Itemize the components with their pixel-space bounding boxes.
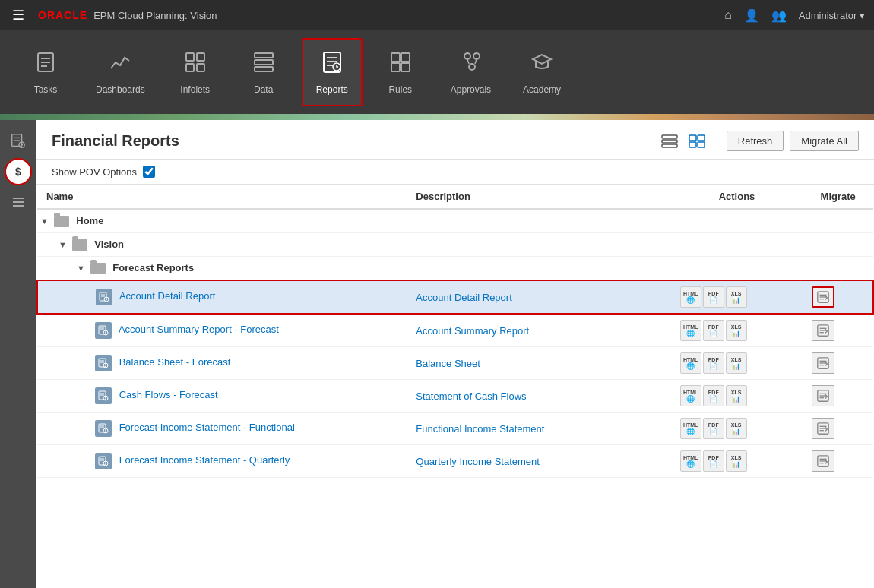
nav-item-approvals[interactable]: Approvals xyxy=(439,38,503,106)
folder-name: Forecast Reports xyxy=(112,262,194,273)
left-sidebar: $ xyxy=(0,120,36,588)
pdf-action-btn[interactable]: PDF 📄 xyxy=(703,286,724,308)
dashboards-label: Dashboards xyxy=(96,84,145,95)
collapse-arrow[interactable]: ▼ xyxy=(77,264,84,273)
migrate-icon-btn[interactable] xyxy=(812,352,834,374)
xls-action-btn[interactable]: XLS 📊 xyxy=(726,450,747,472)
svg-rect-35 xyxy=(662,144,677,147)
col-name: Name xyxy=(37,185,407,209)
pov-checkbox[interactable] xyxy=(143,166,155,178)
table-row[interactable]: ▼ Vision xyxy=(37,233,873,257)
refresh-button[interactable]: Refresh xyxy=(727,131,784,151)
svg-line-24 xyxy=(475,59,477,64)
table-row[interactable]: Cash Flows - Forecast Statement of Cash … xyxy=(37,380,873,413)
report-description: Account Summary Report xyxy=(416,325,529,337)
list-view-icon[interactable] xyxy=(659,133,680,150)
collapse-arrow[interactable]: ▼ xyxy=(59,240,66,249)
html-action-btn[interactable]: HTML 🌐 xyxy=(680,286,701,308)
folder-name: Vision xyxy=(94,239,124,250)
html-action-btn[interactable]: HTML 🌐 xyxy=(680,418,701,439)
approvals-label: Approvals xyxy=(451,84,491,95)
table-row[interactable]: Account Summary Report - Forecast Accoun… xyxy=(37,314,873,347)
svg-rect-5 xyxy=(197,53,204,61)
report-name-cell: Balance Sheet - Forecast xyxy=(37,347,407,380)
pdf-action-btn[interactable]: PDF 📄 xyxy=(703,320,724,341)
sidebar-icon-financial[interactable]: $ xyxy=(5,158,32,185)
nav-item-tasks[interactable]: Tasks xyxy=(15,38,76,106)
data-icon xyxy=(252,50,276,80)
rules-icon xyxy=(388,50,413,80)
infolets-icon xyxy=(183,50,207,80)
report-actions-cell: HTML 🌐 PDF 📄 XLS 📊 xyxy=(671,314,803,347)
report-icon xyxy=(95,322,112,339)
migrate-all-button[interactable]: Migrate All xyxy=(790,131,859,151)
migrate-icon-btn[interactable] xyxy=(812,450,834,472)
xls-action-btn[interactable]: XLS 📊 xyxy=(726,352,747,374)
nav-item-data[interactable]: Data xyxy=(233,38,294,106)
migrate-icon-btn[interactable] xyxy=(812,418,834,439)
grid-view-icon[interactable] xyxy=(686,133,708,150)
pdf-action-btn[interactable]: PDF 📄 xyxy=(703,352,724,374)
report-description-cell: Balance Sheet xyxy=(407,347,670,380)
table-row[interactable]: Balance Sheet - Forecast Balance Sheet H… xyxy=(37,347,873,380)
view-divider xyxy=(717,133,717,150)
collapse-arrow[interactable]: ▼ xyxy=(40,217,48,226)
xls-action-btn[interactable]: XLS 📊 xyxy=(726,385,747,406)
admin-menu[interactable]: Administrator ▾ xyxy=(799,10,865,21)
svg-rect-18 xyxy=(391,63,400,71)
nav-item-rules[interactable]: Rules xyxy=(370,38,431,106)
nav-item-dashboards[interactable]: Dashboards xyxy=(84,38,157,106)
report-name[interactable]: Forecast Income Statement - Quarterly xyxy=(119,455,290,466)
col-actions: Actions xyxy=(671,185,803,209)
xls-action-btn[interactable]: XLS 📊 xyxy=(726,286,747,308)
report-name[interactable]: Balance Sheet - Forecast xyxy=(119,357,231,368)
hamburger-button[interactable]: ☰ xyxy=(9,4,27,27)
table-row[interactable]: ▼ Home xyxy=(37,209,873,233)
table-row[interactable]: Forecast Income Statement - Quarterly Qu… xyxy=(37,445,873,478)
report-description-cell: Account Summary Report xyxy=(407,314,670,347)
users-icon[interactable]: 👥 xyxy=(771,8,787,23)
action-icons: HTML 🌐 PDF 📄 XLS 📊 xyxy=(680,385,794,406)
xls-action-btn[interactable]: XLS 📊 xyxy=(726,418,747,439)
folder-cell: ▼ Home xyxy=(37,209,873,233)
pdf-action-btn[interactable]: PDF 📄 xyxy=(703,418,724,439)
folder-cell: ▼ Vision xyxy=(37,233,873,257)
sidebar-icon-list[interactable] xyxy=(5,188,32,216)
report-name[interactable]: Forecast Income Statement - Functional xyxy=(119,422,295,434)
sidebar-icon-reports[interactable] xyxy=(5,128,32,155)
report-migrate-cell xyxy=(803,445,873,478)
migrate-icon-btn[interactable] xyxy=(812,286,834,308)
nav-item-reports[interactable]: Reports xyxy=(302,38,363,106)
html-action-btn[interactable]: HTML 🌐 xyxy=(680,385,701,406)
migrate-icon-btn[interactable] xyxy=(812,320,834,341)
action-icons: HTML 🌐 PDF 📄 XLS 📊 xyxy=(680,352,794,374)
person-icon[interactable]: 👤 xyxy=(744,8,759,23)
nav-item-infolets[interactable]: Infolets xyxy=(165,38,226,106)
nav-item-academy[interactable]: Academy xyxy=(511,38,573,106)
report-actions-cell: HTML 🌐 PDF 📄 XLS 📊 xyxy=(671,413,803,445)
table-body: ▼ Home ▼ Vision ▼ Forecast Reports xyxy=(37,209,873,478)
home-icon[interactable]: ⌂ xyxy=(724,8,732,22)
table-row[interactable]: Forecast Income Statement - Functional F… xyxy=(37,413,873,445)
svg-line-23 xyxy=(467,59,469,64)
top-bar: ☰ ORACLE EPM Cloud Planning: Vision ⌂ 👤 … xyxy=(0,0,874,30)
action-icons: HTML 🌐 PDF 📄 XLS 📊 xyxy=(680,450,794,472)
table-row[interactable]: Account Detail Report Account Detail Rep… xyxy=(37,280,873,314)
html-action-btn[interactable]: HTML 🌐 xyxy=(680,450,701,472)
pdf-action-btn[interactable]: PDF 📄 xyxy=(703,385,724,406)
dashboards-icon xyxy=(108,50,132,80)
report-migrate-cell xyxy=(803,413,873,445)
svg-rect-36 xyxy=(689,135,696,141)
report-name[interactable]: Account Summary Report - Forecast xyxy=(119,324,279,336)
html-action-btn[interactable]: HTML 🌐 xyxy=(680,320,701,341)
report-actions-cell: HTML 🌐 PDF 📄 XLS 📊 xyxy=(671,280,803,314)
xls-action-btn[interactable]: XLS 📊 xyxy=(726,320,747,341)
html-action-btn[interactable]: HTML 🌐 xyxy=(680,352,701,374)
migrate-icon-btn[interactable] xyxy=(812,385,834,406)
report-description: Statement of Cash Flows xyxy=(416,390,526,402)
report-name[interactable]: Account Detail Report xyxy=(119,291,215,302)
table-row[interactable]: ▼ Forecast Reports xyxy=(37,257,873,281)
report-name[interactable]: Cash Flows - Forecast xyxy=(119,390,218,401)
report-migrate-cell xyxy=(803,280,873,314)
pdf-action-btn[interactable]: PDF 📄 xyxy=(703,450,724,472)
